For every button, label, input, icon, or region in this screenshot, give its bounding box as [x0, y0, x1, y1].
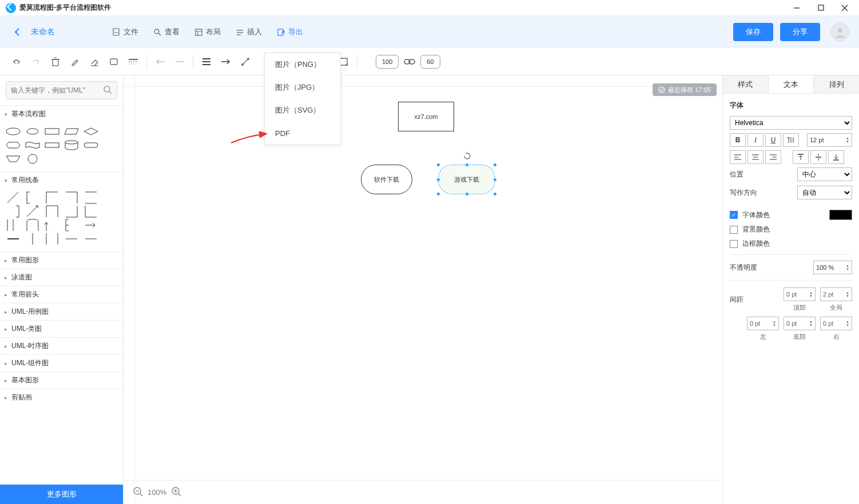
shape-oval[interactable] [24, 126, 41, 137]
menu-layout[interactable]: 布局 [194, 27, 221, 37]
line-3[interactable] [43, 192, 61, 203]
pencil-button[interactable] [66, 53, 83, 70]
eraser-button[interactable] [86, 53, 103, 70]
line-15[interactable] [82, 219, 100, 231]
line-7[interactable] [24, 206, 41, 217]
opacity-input[interactable]: 100 %▲▼ [813, 261, 852, 274]
position-select[interactable]: 中心 [797, 167, 852, 181]
menu-view[interactable]: 查看 [153, 27, 180, 37]
font-family-select[interactable]: Helvetica [730, 116, 852, 130]
direction-select[interactable]: 自动 [797, 186, 852, 199]
line-10[interactable] [82, 206, 100, 217]
section-basic-shape[interactable]: ▸基本图形 [0, 371, 123, 389]
redo-button[interactable] [27, 53, 45, 70]
menu-insert[interactable]: 插入 [236, 27, 262, 37]
section-clip[interactable]: ▸剪贴画 [0, 389, 123, 406]
hamburger-button[interactable] [198, 53, 215, 70]
align-center-button[interactable] [747, 150, 763, 164]
shape-circle[interactable] [24, 153, 41, 165]
node-top[interactable]: xz7.com [398, 102, 454, 131]
vertical-text-button[interactable] [783, 133, 799, 147]
back-button[interactable] [9, 24, 25, 40]
shape-parallelogram[interactable] [63, 126, 80, 137]
line-19[interactable] [63, 233, 80, 245]
tab-text[interactable]: 文本 [769, 75, 814, 93]
arrow-both-button[interactable] [171, 53, 188, 70]
line-4[interactable] [63, 192, 80, 203]
export-svg[interactable]: 图片（SVG） [265, 99, 340, 122]
shape-diamond[interactable] [82, 126, 100, 137]
link-icon[interactable] [401, 55, 418, 69]
bold-button[interactable]: B [730, 133, 746, 147]
spacing-right-input[interactable]: 0 pt▲▼ [820, 317, 852, 330]
share-button[interactable]: 分享 [780, 23, 820, 41]
search-input[interactable] [11, 86, 103, 94]
shape-rect[interactable] [43, 126, 61, 137]
font-color-swatch[interactable] [829, 210, 852, 220]
zoom-value-2[interactable]: 60 [420, 55, 440, 69]
zoom-in-button[interactable] [171, 486, 181, 498]
canvas[interactable]: 最近保存 17:05 xz7.com 软件下载 游戏下载 [124, 75, 723, 504]
line-14[interactable] [63, 219, 80, 231]
shape-trap[interactable] [5, 153, 22, 165]
line-11[interactable] [5, 219, 22, 231]
line-18[interactable] [43, 233, 61, 245]
minimize-button[interactable] [785, 0, 809, 16]
line-9[interactable] [63, 206, 80, 217]
menu-file[interactable]: 文件 [112, 27, 138, 37]
node-left[interactable]: 软件下载 [361, 165, 412, 194]
spacing-top-input[interactable]: 0 pt▲▼ [784, 287, 816, 301]
search-icon[interactable] [103, 85, 112, 96]
underline-button[interactable]: U [765, 133, 781, 147]
section-arrows[interactable]: ▸常用箭头 [0, 286, 123, 303]
undo-button[interactable] [8, 53, 25, 70]
more-shapes-button[interactable]: 更多图形 [0, 485, 123, 504]
line-2[interactable] [24, 192, 41, 203]
align-right-button[interactable] [765, 150, 781, 164]
section-swim[interactable]: ▸泳道图 [0, 269, 123, 286]
arrow-left-button[interactable] [152, 53, 169, 70]
rotate-icon[interactable] [463, 152, 471, 160]
section-lines[interactable]: ▾常用线条 [0, 171, 123, 189]
valign-mid-button[interactable] [810, 150, 826, 164]
italic-button[interactable]: I [747, 133, 763, 147]
zoom-value-1[interactable]: 100 [376, 55, 399, 69]
node-right-selected[interactable]: 游戏下载 [438, 165, 495, 194]
tab-style[interactable]: 样式 [723, 75, 769, 93]
save-button[interactable]: 保存 [733, 23, 773, 41]
valign-bottom-button[interactable] [828, 150, 844, 164]
section-uml-comp[interactable]: ▸UML-组件图 [0, 354, 123, 371]
font-size-input[interactable]: 12 pt▲▼ [807, 133, 852, 147]
line-20[interactable] [82, 233, 100, 245]
line-12[interactable] [24, 219, 41, 231]
line-1[interactable] [5, 192, 22, 203]
spacing-global-input[interactable]: 2 pt▲▼ [820, 287, 852, 301]
line-5[interactable] [82, 192, 100, 203]
font-color-checkbox[interactable]: ✓ [730, 211, 738, 219]
delete-button[interactable] [47, 53, 64, 70]
spacing-bottom-input[interactable]: 0 pt▲▼ [784, 317, 816, 330]
line-6[interactable] [5, 206, 22, 217]
shape-cylinder[interactable] [63, 139, 80, 151]
export-pdf[interactable]: PDF [265, 122, 340, 145]
border-color-checkbox[interactable] [730, 240, 738, 248]
export-png[interactable]: 图片（PNG） [265, 53, 340, 76]
align-left-button[interactable] [730, 150, 746, 164]
line-16[interactable] [5, 233, 22, 245]
zoom-out-button[interactable] [133, 486, 143, 498]
line-17[interactable] [24, 233, 41, 245]
shape-pill[interactable] [82, 139, 100, 151]
export-jpg[interactable]: 图片（JPG） [265, 76, 340, 99]
arrow-right-button[interactable] [217, 53, 234, 70]
shape-ellipse[interactable] [5, 126, 22, 137]
section-common[interactable]: ▸常用图形 [0, 251, 123, 269]
valign-top-button[interactable] [793, 150, 809, 164]
line-8[interactable] [43, 206, 61, 217]
tab-arrange[interactable]: 排列 [814, 75, 859, 93]
section-uml-class[interactable]: ▸UML-类图 [0, 320, 123, 337]
connector-button[interactable] [237, 53, 254, 70]
section-uml-seq[interactable]: ▸UML-时序图 [0, 337, 123, 354]
doc-name[interactable]: 未命名 [31, 27, 55, 37]
spacing-left-input[interactable]: 0 pt▲▼ [747, 317, 779, 330]
section-basic[interactable]: ▾基本流程图 [0, 105, 123, 122]
